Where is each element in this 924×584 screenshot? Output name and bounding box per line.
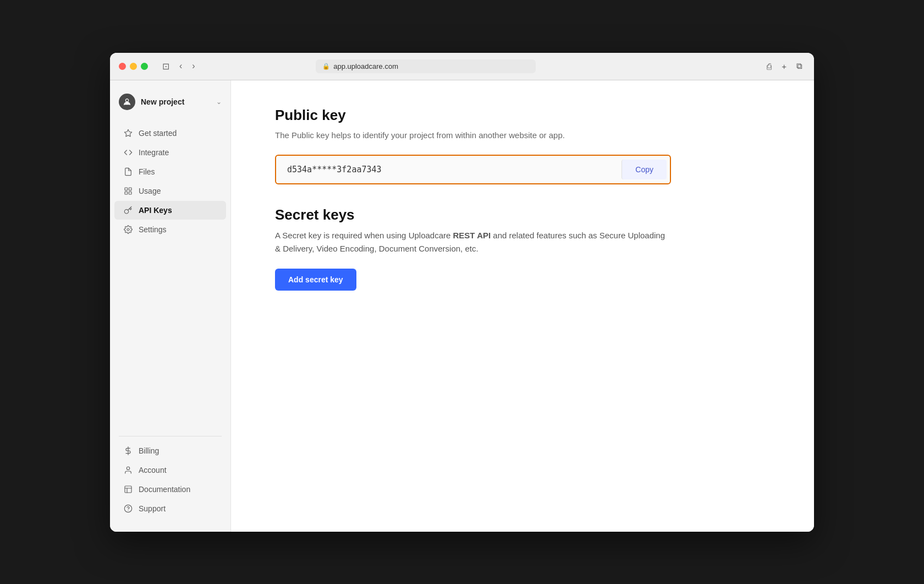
svg-rect-5: [129, 192, 131, 194]
book-icon: [123, 484, 133, 494]
forward-button[interactable]: ›: [189, 60, 198, 73]
chevron-down-icon: ⌄: [216, 98, 222, 106]
key-icon: [123, 205, 133, 215]
sidebar-item-billing[interactable]: Billing: [114, 441, 226, 460]
sidebar-item-files[interactable]: Files: [114, 162, 226, 181]
sidebar-label-files: Files: [139, 167, 155, 176]
url-bar[interactable]: 🔒 app.uploadcare.com: [316, 59, 536, 73]
dollar-icon: [123, 446, 133, 456]
sidebar-divider: [119, 436, 222, 436]
svg-rect-3: [129, 188, 131, 190]
svg-rect-10: [125, 486, 131, 493]
code-icon: [123, 148, 133, 157]
avatar: [119, 94, 135, 110]
public-key-value: d534a*****3f2aa7343: [276, 156, 618, 183]
public-key-description: The Public key helps to identify your pr…: [275, 129, 770, 142]
close-button[interactable]: [119, 63, 126, 70]
sidebar-bottom: Billing Account Documentation: [110, 441, 230, 523]
help-icon: [123, 504, 133, 514]
sidebar-item-documentation[interactable]: Documentation: [114, 480, 226, 499]
back-button[interactable]: ‹: [176, 60, 185, 73]
sidebar: New project ⌄ Get started Integrate: [110, 80, 231, 532]
browser-actions: ⎙ + ⧉: [764, 60, 805, 72]
svg-point-9: [127, 467, 129, 470]
window-controls: ⊡ ‹ ›: [159, 60, 199, 73]
secret-keys-title: Secret keys: [275, 206, 770, 223]
minimize-button[interactable]: [130, 63, 137, 70]
user-icon: [123, 465, 133, 475]
app-layout: New project ⌄ Get started Integrate: [110, 80, 814, 532]
share-button[interactable]: ⎙: [764, 60, 774, 72]
sidebar-item-support[interactable]: Support: [114, 499, 226, 518]
sidebar-label-documentation: Documentation: [139, 485, 190, 494]
svg-rect-4: [125, 192, 128, 194]
secret-keys-description: A Secret key is required when using Uplo…: [275, 229, 671, 255]
sidebar-item-settings[interactable]: Settings: [114, 220, 226, 239]
project-name: New project: [141, 97, 211, 106]
sidebar-item-integrate[interactable]: Integrate: [114, 143, 226, 162]
traffic-lights: [119, 63, 148, 70]
sidebar-label-support: Support: [139, 504, 166, 513]
add-secret-key-button[interactable]: Add secret key: [275, 269, 356, 291]
sidebar-item-api-keys[interactable]: API Keys: [114, 201, 226, 220]
svg-point-7: [127, 228, 129, 231]
rest-api-link[interactable]: REST API: [453, 231, 491, 240]
sidebar-nav: Get started Integrate Files: [110, 119, 230, 432]
new-tab-button[interactable]: +: [779, 60, 789, 72]
sidebar-item-get-started[interactable]: Get started: [114, 124, 226, 143]
star-icon: [123, 128, 133, 138]
file-icon: [123, 167, 133, 177]
tabs-button[interactable]: ⧉: [794, 60, 805, 72]
settings-icon: [123, 225, 133, 234]
lock-icon: 🔒: [322, 63, 330, 70]
browser-chrome: ⊡ ‹ › 🔒 app.uploadcare.com ⎙ + ⧉: [110, 53, 814, 80]
sidebar-label-account: Account: [139, 466, 167, 474]
svg-rect-2: [125, 188, 128, 190]
sidebar-toggle-button[interactable]: ⊡: [159, 60, 173, 73]
sidebar-label-get-started: Get started: [139, 129, 177, 138]
url-text: app.uploadcare.com: [333, 62, 398, 70]
svg-point-0: [125, 99, 128, 101]
public-key-title: Public key: [275, 107, 770, 124]
sidebar-label-settings: Settings: [139, 225, 167, 234]
secret-description-prefix: A Secret key is required when using Uplo…: [275, 231, 453, 240]
sidebar-label-billing: Billing: [139, 446, 159, 455]
sidebar-label-integrate: Integrate: [139, 148, 169, 157]
sidebar-label-api-keys: API Keys: [139, 206, 172, 215]
sidebar-label-usage: Usage: [139, 187, 161, 195]
sidebar-item-account[interactable]: Account: [114, 461, 226, 479]
project-selector[interactable]: New project ⌄: [110, 89, 230, 119]
main-content: Public key The Public key helps to ident…: [231, 80, 814, 532]
public-key-container: d534a*****3f2aa7343 Copy: [275, 155, 671, 184]
svg-marker-1: [124, 129, 131, 137]
svg-point-13: [124, 505, 131, 512]
activity-icon: [123, 186, 133, 196]
sidebar-item-usage[interactable]: Usage: [114, 182, 226, 200]
copy-button[interactable]: Copy: [622, 160, 667, 179]
browser-window: ⊡ ‹ › 🔒 app.uploadcare.com ⎙ + ⧉: [110, 53, 814, 532]
maximize-button[interactable]: [141, 63, 148, 70]
